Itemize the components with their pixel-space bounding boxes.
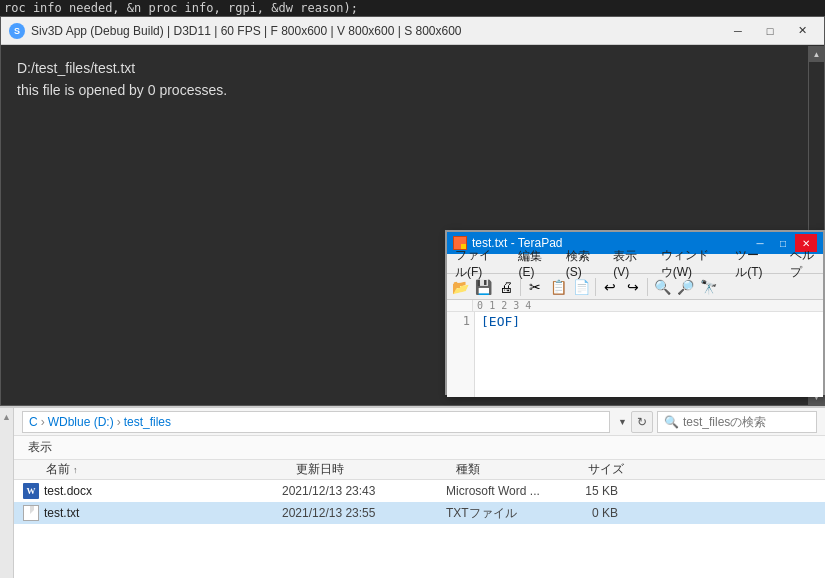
terapad-menu: ファイル(F) 編集(E) 検索(S) 表示(V) ウィンドウ(W) ツール(T… xyxy=(447,254,823,274)
search-input[interactable] xyxy=(683,415,803,429)
toolbar-paste-button[interactable]: 📄 xyxy=(570,276,592,298)
explorer-main: C › WDblue (D:) › test_files ▼ ↻ 🔍 表示 名前… xyxy=(14,408,825,524)
siv3d-status-text: this file is opened by 0 processes. xyxy=(17,79,808,101)
siv3d-title: Siv3D App (Debug Build) | D3D11 | 60 FPS… xyxy=(31,24,724,38)
file-size-1: 0 KB xyxy=(550,506,630,520)
toolbar-find-all-button[interactable]: 🔭 xyxy=(697,276,719,298)
col-header-type[interactable]: 種類 xyxy=(456,461,556,478)
breadcrumb-part-2[interactable]: test_files xyxy=(124,415,171,429)
toolbar-undo-button[interactable]: ↩ xyxy=(599,276,621,298)
terapad-window: test.txt - TeraPad ─ □ ✕ ファイル(F) 編集(E) 検… xyxy=(445,230,825,395)
table-row[interactable]: W test.docx 2021/12/13 23:43 Microsoft W… xyxy=(14,480,825,502)
left-strip-arrow: ▲ xyxy=(2,412,11,422)
terapad-text-content[interactable]: [EOF] xyxy=(475,312,823,397)
siv3d-window-controls: ─ □ ✕ xyxy=(724,21,816,41)
siv3d-minimize-button[interactable]: ─ xyxy=(724,21,752,41)
breadcrumb-dropdown-arrow[interactable]: ▼ xyxy=(618,417,627,427)
toolbar-separator-3 xyxy=(647,278,648,296)
explorer-left-strip: ▲ xyxy=(0,408,14,578)
terapad-editor-area: 0 1 2 3 4 1 [EOF] xyxy=(447,300,823,397)
file-name-1: test.txt xyxy=(44,506,278,520)
toolbar-open-button[interactable]: 📂 xyxy=(449,276,471,298)
breadcrumb[interactable]: C › WDblue (D:) › test_files xyxy=(22,411,610,433)
file-type-1: TXTファイル xyxy=(446,505,546,522)
file-list: W test.docx 2021/12/13 23:43 Microsoft W… xyxy=(14,480,825,524)
toolbar-print-button[interactable]: 🖨 xyxy=(495,276,517,298)
terapad-line-area[interactable]: 1 [EOF] xyxy=(447,312,823,397)
toolbar-cut-button[interactable]: ✂ xyxy=(524,276,546,298)
terapad-editor: 0 1 2 3 4 1 [EOF] xyxy=(447,300,823,397)
toolbar-find-button[interactable]: 🔍 xyxy=(651,276,673,298)
search-icon: 🔍 xyxy=(664,415,679,429)
toolbar-separator-1 xyxy=(520,278,521,296)
terapad-ruler-numbers: 0 1 2 3 4 xyxy=(473,300,823,311)
file-date-0: 2021/12/13 23:43 xyxy=(282,484,442,498)
file-date-1: 2021/12/13 23:55 xyxy=(282,506,442,520)
scroll-up-arrow[interactable]: ▲ xyxy=(809,46,825,62)
siv3d-icon: S xyxy=(9,23,25,39)
breadcrumb-sep-2: › xyxy=(117,415,121,429)
terapad-icon xyxy=(453,236,467,250)
explorer-toolbar: 表示 xyxy=(14,436,825,460)
code-bar: roc info needed, &n proc info, rgpi, &dw… xyxy=(0,0,825,16)
toolbar-copy-button[interactable]: 📋 xyxy=(547,276,569,298)
col-header-date[interactable]: 更新日時 xyxy=(296,461,456,478)
file-type-0: Microsoft Word ... xyxy=(446,484,546,498)
file-icon-txt xyxy=(22,504,40,522)
siv3d-close-button[interactable]: ✕ xyxy=(788,21,816,41)
terapad-menu-tools[interactable]: ツール(T) xyxy=(731,246,774,282)
file-size-0: 15 KB xyxy=(550,484,630,498)
toolbar-save-button[interactable]: 💾 xyxy=(472,276,494,298)
code-bar-text: roc info needed, &n proc info, rgpi, &dw… xyxy=(4,1,358,15)
refresh-button[interactable]: ↻ xyxy=(631,411,653,433)
file-icon-word: W xyxy=(22,482,40,500)
explorer-breadcrumb-bar: C › WDblue (D:) › test_files ▼ ↻ 🔍 xyxy=(14,408,825,436)
breadcrumb-root[interactable]: C xyxy=(29,415,38,429)
terapad-ruler: 0 1 2 3 4 xyxy=(447,300,823,312)
siv3d-titlebar: S Siv3D App (Debug Build) | D3D11 | 60 F… xyxy=(1,17,824,45)
terapad-line-numbers: 1 xyxy=(447,312,475,397)
siv3d-maximize-button[interactable]: □ xyxy=(756,21,784,41)
view-toolbar-button[interactable]: 表示 xyxy=(22,437,58,458)
file-name-0: test.docx xyxy=(44,484,278,498)
col-header-size[interactable]: サイズ xyxy=(556,461,636,478)
toolbar-redo-button[interactable]: ↪ xyxy=(622,276,644,298)
siv3d-content-area: D:/test_files/test.txt this file is open… xyxy=(1,45,824,114)
column-headers: 名前 ↑ 更新日時 種類 サイズ xyxy=(14,460,825,480)
siv3d-filepath: D:/test_files/test.txt xyxy=(17,57,808,79)
breadcrumb-sep-1: › xyxy=(41,415,45,429)
toolbar-separator-2 xyxy=(595,278,596,296)
table-row[interactable]: test.txt 2021/12/13 23:55 TXTファイル 0 KB xyxy=(14,502,825,524)
search-bar[interactable]: 🔍 xyxy=(657,411,817,433)
file-explorer: ▲ C › WDblue (D:) › test_files ▼ ↻ 🔍 表示 xyxy=(0,406,825,578)
terapad-menu-help[interactable]: ヘルプ xyxy=(786,246,819,282)
col-header-name[interactable]: 名前 ↑ xyxy=(46,461,296,478)
toolbar-find-next-button[interactable]: 🔎 xyxy=(674,276,696,298)
breadcrumb-part-1[interactable]: WDblue (D:) xyxy=(48,415,114,429)
